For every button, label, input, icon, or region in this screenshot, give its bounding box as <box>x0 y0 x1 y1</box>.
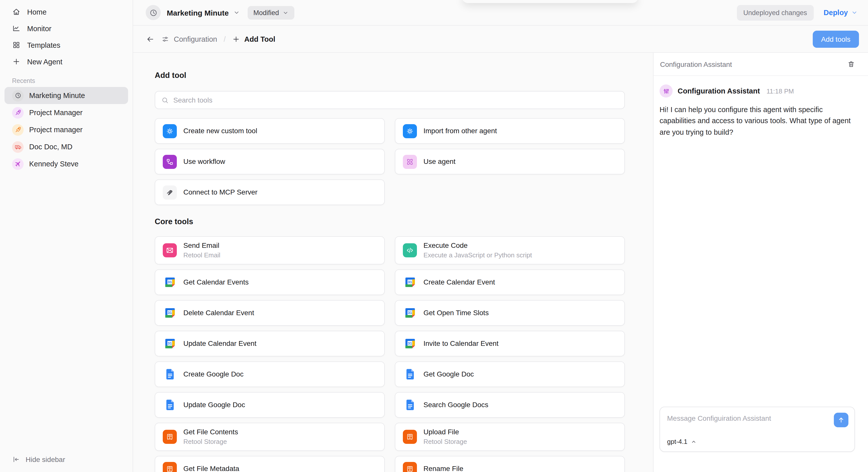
assistant-conversation: Configuration Assistant 11:18 PM Hi! I c… <box>653 76 868 407</box>
templates-icon <box>12 41 21 49</box>
send-message-button[interactable] <box>834 413 848 427</box>
google-calendar-icon <box>163 306 176 319</box>
sidebar-recent-project-manager[interactable]: Project manager <box>4 121 128 138</box>
google-docs-icon <box>163 399 176 411</box>
tool-card-execute-code[interactable]: Execute Code Execute a JavaScript or Pyt… <box>395 236 625 264</box>
assistant-message-sender: Configuration Assistant <box>678 87 760 95</box>
agent-name-dropdown[interactable] <box>233 9 240 16</box>
google-docs-icon <box>404 368 416 381</box>
option-card-use-workflow[interactable]: Use workflow <box>155 149 385 174</box>
search-tools-box <box>155 91 625 109</box>
model-selector[interactable]: gpt-4.1 <box>667 438 697 445</box>
assistant-message-time: 11:18 PM <box>767 87 794 95</box>
sidebar-item-home[interactable]: Home <box>0 3 133 20</box>
sidebar-item-monitor[interactable]: Monitor <box>0 20 133 37</box>
plus-icon <box>232 35 240 43</box>
recent-avatar <box>12 141 24 153</box>
recent-avatar <box>12 90 24 101</box>
add-tools-button[interactable]: Add tools <box>812 30 859 48</box>
rocket-icon <box>14 109 21 116</box>
assistant-message-text: Hi! I can help you configure this agent … <box>659 104 855 138</box>
option-card-connect-to-mcp-server[interactable]: Connect to MCP Server <box>155 179 385 205</box>
popover-shadow <box>462 0 638 3</box>
agent-builder-app: Home Monitor Templates New Agent Recents… <box>0 0 868 472</box>
option-card-create-new-custom-tool[interactable]: Create new custom tool <box>155 118 385 144</box>
sidebar-nav: Home Monitor Templates New Agent <box>0 3 133 70</box>
tool-card-create-google-doc[interactable]: Create Google Doc <box>155 361 385 387</box>
agent-name: Marketing Minute <box>167 8 229 17</box>
tool-card-get-open-time-slots[interactable]: Get Open Time Slots <box>395 300 625 326</box>
main-area: Marketing Minute Modified Undeployed cha… <box>133 0 868 472</box>
tool-card-update-calendar-event[interactable]: Update Calendar Event <box>155 331 385 356</box>
google-calendar-icon <box>404 337 416 350</box>
sidebar-recent-marketing-minute[interactable]: Marketing Minute <box>4 87 128 104</box>
google-docs-icon <box>404 399 416 411</box>
sidebar-item-templates[interactable]: Templates <box>0 37 133 53</box>
option-card-use-agent[interactable]: Use agent <box>395 149 625 174</box>
plus-icon <box>12 57 21 66</box>
assistant-panel-title: Configuration Assistant <box>660 60 732 68</box>
model-label: gpt-4.1 <box>667 438 687 445</box>
assistant-input-box: gpt-4.1 <box>659 407 855 452</box>
topbar: Marketing Minute Modified Undeployed cha… <box>133 0 868 26</box>
chevron-up-icon <box>691 439 697 445</box>
topbar-right: Undeployed changes Deploy <box>737 5 858 20</box>
add-tool-content: Add tool Create new custom tool Import f… <box>133 53 653 472</box>
clock-icon <box>149 8 157 17</box>
tool-card-create-calendar-event[interactable]: Create Calendar Event <box>395 269 625 295</box>
sidebar-recent-project-manager[interactable]: Project Manager <box>4 104 128 121</box>
tool-card-rename-file[interactable]: Rename File <box>395 456 625 472</box>
sidebar-recent-doc-doc-md[interactable]: Doc Doc, MD <box>4 138 128 155</box>
trash-icon <box>847 60 855 68</box>
gear-icon <box>406 127 414 135</box>
back-button[interactable] <box>146 34 155 43</box>
sidebar-item-new-agent[interactable]: New Agent <box>0 53 133 70</box>
deploy-button[interactable]: Deploy <box>824 8 858 17</box>
status-dropdown[interactable]: Modified <box>248 6 294 19</box>
rocket-icon <box>14 126 21 133</box>
chevron-down-icon <box>233 9 240 16</box>
recent-avatar <box>12 124 24 136</box>
search-input[interactable] <box>173 96 618 104</box>
recents-label: Recents <box>0 78 133 84</box>
assistant-footer: gpt-4.1 <box>653 407 868 472</box>
option-card-import-from-other-agent[interactable]: Import from other agent <box>395 118 625 144</box>
sliders-icon <box>662 87 670 95</box>
tool-card-delete-calendar-event[interactable]: Delete Calendar Event <box>155 300 385 326</box>
butterfly-icon <box>406 157 414 166</box>
arrow-up-icon <box>837 416 845 424</box>
tool-card-update-google-doc[interactable]: Update Google Doc <box>155 392 385 418</box>
tool-card-search-google-docs[interactable]: Search Google Docs <box>395 392 625 418</box>
ambulance-icon <box>14 143 21 150</box>
undeployed-changes-badge: Undeployed changes <box>737 5 814 20</box>
plane-icon <box>14 160 21 167</box>
clock-icon <box>14 92 21 99</box>
google-calendar-icon <box>404 276 416 289</box>
breadcrumb-add-tool: Add Tool <box>232 35 276 43</box>
sidebar-recent-kennedy-steve[interactable]: Kennedy Steve <box>4 155 128 172</box>
breadcrumb-configuration[interactable]: Configuration <box>161 35 217 43</box>
configuration-assistant-panel: Configuration Assistant Configuration As… <box>653 53 868 472</box>
home-icon <box>12 7 21 16</box>
code-icon <box>406 246 414 254</box>
assistant-message-header: Configuration Assistant 11:18 PM <box>659 84 855 97</box>
collapse-sidebar-icon <box>12 455 20 464</box>
storage-icon <box>406 465 414 472</box>
storage-icon <box>166 465 174 472</box>
deploy-label: Deploy <box>824 8 848 17</box>
recent-avatar <box>12 158 24 170</box>
tool-card-send-email[interactable]: Send Email Retool Email <box>155 236 385 264</box>
sidebar: Home Monitor Templates New Agent Recents… <box>0 0 133 472</box>
tool-card-invite-to-calendar-event[interactable]: Invite to Calendar Event <box>395 331 625 356</box>
tool-card-get-calendar-events[interactable]: Get Calendar Events <box>155 269 385 295</box>
assistant-header: Configuration Assistant <box>653 53 868 76</box>
clear-conversation-button[interactable] <box>847 60 855 68</box>
body-row: Add tool Create new custom tool Import f… <box>133 53 868 472</box>
tool-card-get-file-metadata[interactable]: Get File Metadata <box>155 456 385 472</box>
assistant-message-input[interactable] <box>667 411 828 425</box>
tool-card-upload-file[interactable]: Upload File Retool Storage <box>395 423 625 451</box>
hide-sidebar-button[interactable]: Hide sidebar <box>0 455 133 472</box>
tool-card-get-google-doc[interactable]: Get Google Doc <box>395 361 625 387</box>
tool-card-get-file-contents[interactable]: Get File Contents Retool Storage <box>155 423 385 451</box>
core-tools-heading: Core tools <box>155 217 625 226</box>
